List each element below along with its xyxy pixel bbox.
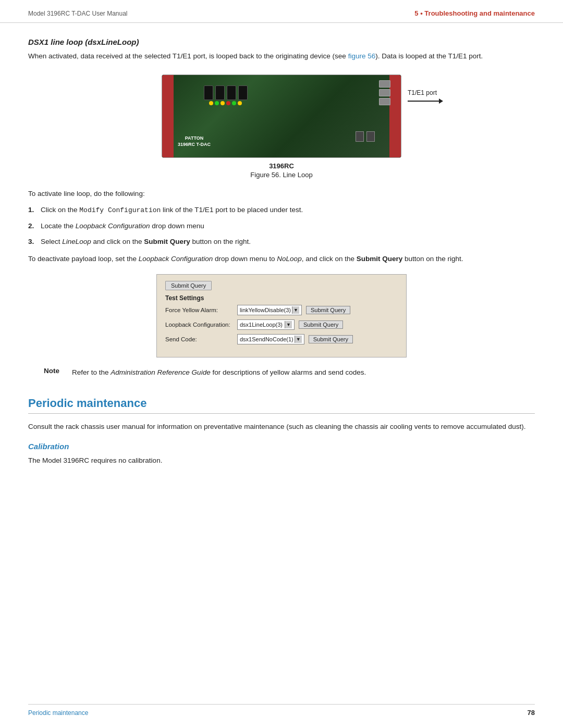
board-brand: PATTON: [178, 135, 211, 142]
page-header: Model 3196RC T-DAC User Manual 5 • Troub…: [0, 0, 563, 23]
header-chapter-label: Troubleshooting and maintenance: [424, 9, 535, 17]
led: [221, 101, 225, 105]
loopback-config-italic2: Loopback Configuration: [139, 255, 213, 263]
steps-list: 1. Click on the Modify Configuration lin…: [28, 204, 535, 247]
connector: [379, 98, 390, 105]
step-2-content: Locate the Loopback Configuration drop d…: [41, 220, 535, 232]
test-settings-label: Test Settings: [165, 294, 398, 302]
arrow-line: [408, 101, 439, 102]
select-arrow-icon[interactable]: ▼: [285, 321, 292, 328]
send-code-submit-btn[interactable]: Submit Query: [309, 335, 353, 343]
header-chapter-prefix: 5 •: [414, 9, 424, 17]
step-num: 3.: [28, 236, 41, 248]
figure-title: 3196RC: [146, 162, 417, 170]
select-value: dsx1LineLoop(3): [240, 322, 284, 328]
board-chips: [204, 85, 248, 100]
select-arrow-icon[interactable]: ▼: [295, 336, 302, 343]
note-label: Note: [44, 367, 67, 375]
connector: [379, 80, 390, 88]
force-yellow-submit-btn[interactable]: Submit Query: [306, 306, 350, 314]
dsx1-body1b: ). Data is looped at the T1/E1 port.: [375, 52, 483, 60]
force-yellow-alarm-label: Force Yellow Alarm:: [165, 307, 233, 313]
loopback-config-label: Loopback Configuration:: [165, 322, 233, 328]
t1e1-arrow: [408, 98, 443, 104]
form-screenshot: Submit Query Test Settings Force Yellow …: [156, 274, 407, 357]
led: [226, 101, 230, 105]
footer-page-number: 78: [528, 709, 535, 717]
step-num: 1.: [28, 204, 41, 216]
noloop-italic: NoLoop: [277, 255, 301, 263]
led: [215, 101, 219, 105]
chip: [238, 85, 248, 100]
board-handle-right: [389, 75, 401, 157]
form-row-3: Send Code: dsx1SendNoCode(1) ▼ Submit Qu…: [165, 334, 398, 344]
connector: [379, 89, 390, 96]
select-arrow-icon[interactable]: ▼: [292, 306, 299, 314]
led: [209, 101, 213, 105]
led: [238, 101, 242, 105]
footer-section-label: Periodic maintenance: [28, 709, 88, 717]
select-value: linkYellowDisable(3): [240, 307, 291, 313]
dsx1-body1-text: When activated, data received at the sel…: [28, 52, 346, 60]
form-row-1: Force Yellow Alarm: linkYellowDisable(3)…: [165, 305, 398, 315]
board-connectors: [379, 80, 390, 105]
header-manual-title: Model 3196RC T-DAC User Manual: [28, 10, 128, 17]
step-2: 2. Locate the Loopback Configuration dro…: [28, 220, 535, 232]
send-code-select[interactable]: dsx1SendNoCode(1) ▼: [237, 334, 304, 344]
main-content: DSX1 line loop (dsxLineLoop) When activa…: [0, 23, 563, 502]
calibration-heading: Calibration: [28, 442, 535, 451]
chip: [227, 85, 236, 100]
board-image: PATTON 3196RC T-DAC: [162, 75, 401, 158]
submit-query-bold: Submit Query: [144, 238, 190, 245]
step-3-content: Select LineLoop and click on the Submit …: [41, 236, 535, 248]
header-chapter: 5 • Troubleshooting and maintenance: [414, 9, 535, 17]
modify-config-link: Modify Configuration: [79, 206, 161, 214]
select-value: dsx1SendNoCode(1): [240, 336, 293, 342]
top-submit-query-btn[interactable]: Submit Query: [165, 281, 212, 290]
step-num: 2.: [28, 220, 41, 232]
dsx1-heading: DSX1 line loop (dsxLineLoop): [28, 38, 535, 46]
port-block: [366, 131, 375, 142]
activate-text: To activate line loop, do the following:: [28, 188, 535, 200]
board-label: PATTON 3196RC T-DAC: [178, 135, 211, 147]
submit-query-bold2: Submit Query: [357, 255, 403, 263]
arrow-head: [439, 98, 443, 104]
board-ports: [356, 131, 375, 142]
calibration-body: The Model 3196RC requires no calibration…: [28, 455, 535, 466]
note-text: Refer to the Administration Reference Gu…: [72, 367, 366, 378]
periodic-body: Consult the rack chassis user manual for…: [28, 421, 535, 433]
figure56-link[interactable]: figure 56: [348, 52, 376, 60]
led: [232, 101, 236, 105]
send-code-label: Send Code:: [165, 336, 233, 342]
loopback-submit-btn[interactable]: Submit Query: [299, 320, 343, 329]
page: Model 3196RC T-DAC User Manual 5 • Troub…: [0, 0, 563, 728]
chip: [204, 85, 213, 100]
form-row-2: Loopback Configuration: dsx1LineLoop(3) …: [165, 319, 398, 330]
t1e1-label-group: T1/E1 port: [408, 89, 443, 104]
figure-container: PATTON 3196RC T-DAC T1/E1 port: [146, 75, 417, 179]
lineloop-italic: LineLoop: [62, 238, 91, 245]
port-block: [356, 131, 364, 142]
deactivate-text: To deactivate payload loop, set the Loop…: [28, 253, 535, 265]
board-model: 3196RC T-DAC: [178, 142, 211, 148]
step-3: 3. Select LineLoop and click on the Subm…: [28, 236, 535, 248]
step-1: 1. Click on the Modify Configuration lin…: [28, 204, 535, 216]
admin-guide-italic: Administration Reference Guide: [111, 368, 210, 376]
page-footer: Periodic maintenance 78: [28, 704, 535, 717]
note-box: Note Refer to the Administration Referen…: [28, 367, 535, 378]
loopback-config-select[interactable]: dsx1LineLoop(3) ▼: [237, 319, 295, 330]
chip: [215, 85, 225, 100]
force-yellow-alarm-select[interactable]: linkYellowDisable(3) ▼: [237, 305, 302, 315]
board-handle-left: [162, 75, 174, 157]
t1e1-label: T1/E1 port: [408, 89, 437, 96]
periodic-maintenance-heading: Periodic maintenance: [28, 397, 535, 414]
loopback-config-italic: Loopback Configuration: [76, 222, 150, 230]
figure-caption: Figure 56. Line Loop: [146, 171, 417, 179]
board-leds: [209, 101, 242, 105]
dsx1-body1: When activated, data received at the sel…: [28, 51, 535, 62]
step-1-content: Click on the Modify Configuration link o…: [41, 204, 535, 216]
